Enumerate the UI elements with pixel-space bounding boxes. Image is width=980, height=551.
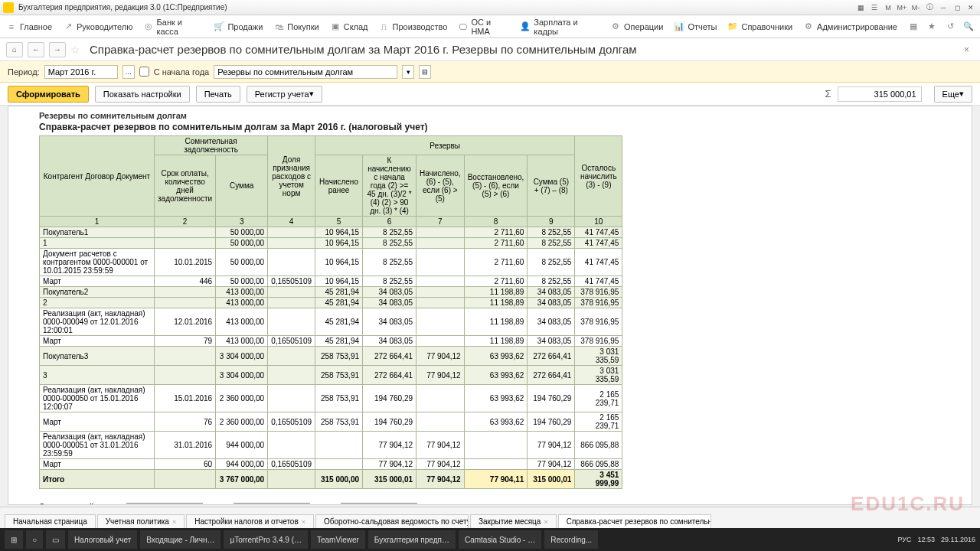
menu-production[interactable]: ⎍Производство: [379, 21, 448, 32]
menu-purchases[interactable]: 🛍Покупки: [273, 21, 318, 32]
table-row[interactable]: Март762 360 000,000,16505109258 753,9119…: [40, 412, 622, 432]
start-button[interactable]: ⊞: [5, 530, 23, 549]
titlebar-btn[interactable]: ☰: [868, 2, 880, 13]
cell: 3: [40, 366, 155, 385]
cell: 31.01.2016: [155, 432, 216, 459]
menu-admin[interactable]: ⚙Администрирование: [803, 21, 897, 32]
close-icon[interactable]: ✕: [965, 2, 977, 13]
cell: [416, 249, 465, 276]
table-row[interactable]: Март79413 000,000,1650510945 281,9434 08…: [40, 336, 622, 347]
taskbar-item[interactable]: Налоговый учет: [68, 530, 137, 549]
cell: 2 165 239,71: [575, 385, 622, 412]
cell: [416, 298, 465, 308]
menu-main[interactable]: ≡Главное: [6, 21, 52, 32]
period-picker-icon[interactable]: …: [122, 65, 135, 79]
forward-button[interactable]: →: [49, 42, 66, 57]
gear-icon: ⚙: [803, 21, 814, 32]
menu-sales[interactable]: 🛒Продажи: [214, 21, 263, 32]
titlebar-btn[interactable]: M+: [896, 2, 908, 13]
cell: 50 000,00: [216, 238, 268, 249]
tab[interactable]: Учетная политика×: [97, 514, 185, 528]
taskbar-item[interactable]: Бухгалтерия предп…: [368, 530, 456, 549]
menu-salary[interactable]: 👤Зарплата и кадры: [520, 18, 599, 36]
table-row[interactable]: 150 000,0010 964,158 252,552 711,608 252…: [40, 238, 622, 249]
cell: 8 252,55: [528, 276, 575, 287]
titlebar-btn[interactable]: M-: [910, 2, 922, 13]
menu-manager[interactable]: ↗Руководителю: [63, 21, 132, 32]
reserve-type-select[interactable]: [214, 65, 397, 79]
table-row[interactable]: Покупатель2413 000,0045 281,9434 083,051…: [40, 287, 622, 298]
minimize-icon[interactable]: ─: [937, 2, 949, 13]
report-area[interactable]: Резервы по сомнительным долгам Справка-р…: [8, 106, 972, 505]
tab[interactable]: Закрытие месяца×: [470, 514, 557, 528]
cell: [268, 298, 315, 308]
home-button[interactable]: ⌂: [6, 42, 23, 57]
star-icon[interactable]: ★: [926, 21, 937, 32]
from-year-checkbox[interactable]: [139, 67, 149, 77]
taskbar-item[interactable]: Входящие - Личн…: [140, 530, 220, 549]
table-row[interactable]: Реализация (акт, накладная) 0000-000050 …: [40, 385, 622, 412]
table-row[interactable]: Документ расчетов с контрагентом 0000-00…: [40, 249, 622, 276]
show-settings-button[interactable]: Показать настройки: [95, 86, 190, 103]
page-title: Справка-расчет резервов по сомнительным …: [90, 43, 637, 56]
chevron-down-icon[interactable]: ▾: [402, 65, 414, 79]
grid-icon[interactable]: ▦: [908, 21, 919, 32]
table-row[interactable]: Март60944 000,000,1650510977 904,1277 90…: [40, 459, 622, 470]
maximize-icon[interactable]: ◻: [951, 2, 963, 13]
menu-operations[interactable]: ⚙Операции: [610, 21, 663, 32]
titlebar-btn[interactable]: M: [882, 2, 894, 13]
help-icon[interactable]: ⓘ: [923, 2, 936, 13]
taskbar-item[interactable]: Recording...: [544, 530, 598, 549]
table-row[interactable]: Реализация (акт, накладная) 0000-000049 …: [40, 308, 622, 336]
cell: 8 252,55: [528, 238, 575, 249]
table-row[interactable]: 33 304 000,00258 753,91272 664,4177 904,…: [40, 366, 622, 385]
table-row[interactable]: 2413 000,0045 281,9434 083,0511 198,8934…: [40, 298, 622, 308]
menu-assets[interactable]: 🖵ОС и НМА: [458, 18, 509, 36]
tab[interactable]: Справка-расчет резервов по сомнительным …: [558, 514, 711, 528]
cell: [268, 227, 315, 238]
history-icon[interactable]: ↺: [945, 21, 956, 32]
taskbar-item[interactable]: TeamViewer: [311, 530, 365, 549]
cell: 50 000,00: [216, 227, 268, 238]
search-button[interactable]: ○: [26, 530, 43, 549]
taskview-button[interactable]: ▭: [46, 530, 65, 549]
cell: [416, 412, 465, 432]
form-button[interactable]: Сформировать: [8, 86, 89, 103]
tab[interactable]: Оборотно-сальдовая ведомость по счету 62…: [315, 514, 469, 528]
taskbar-item[interactable]: µTorrentPro 3.4.9 (…: [224, 530, 308, 549]
cell: 50 000,00: [216, 249, 268, 276]
period-input[interactable]: [44, 65, 118, 79]
cell: Реализация (акт, накладная) 0000-000051 …: [40, 432, 155, 459]
favorite-star-icon[interactable]: ☆: [70, 44, 80, 56]
table-row[interactable]: Реализация (акт, накладная) 0000-000051 …: [40, 432, 622, 459]
table-row[interactable]: Март44650 000,000,1650510910 964,158 252…: [40, 276, 622, 287]
tab-close-icon[interactable]: ×: [544, 518, 547, 526]
table-row[interactable]: Покупатель33 304 000,00258 753,91272 664…: [40, 347, 622, 366]
titlebar-btn[interactable]: ▦: [854, 2, 867, 13]
cell: Покупатель2: [40, 287, 155, 298]
tab-close-icon[interactable]: ×: [172, 518, 176, 526]
menu-catalogs[interactable]: 📁Справочники: [727, 21, 792, 32]
tray-lang[interactable]: РУС: [897, 536, 911, 543]
tray-time: 12:53: [917, 536, 935, 543]
cell: [416, 238, 465, 249]
more-button[interactable]: Еще ▾: [934, 86, 972, 103]
cell: 378 916,95: [575, 287, 622, 298]
taskbar-item[interactable]: Camtasia Studio - …: [459, 530, 541, 549]
menu-warehouse[interactable]: ▣Склад: [330, 21, 368, 32]
back-button[interactable]: ←: [28, 42, 44, 57]
print-button[interactable]: Печать: [196, 86, 240, 103]
page-close-icon[interactable]: ×: [959, 44, 974, 55]
register-button[interactable]: Регистр учета ▾: [247, 86, 322, 103]
table-row[interactable]: Покупатель150 000,0010 964,158 252,552 7…: [40, 227, 622, 238]
settings-icon[interactable]: ⊟: [419, 65, 431, 79]
tab[interactable]: Настройки налогов и отчетов×: [186, 514, 314, 528]
menu-bank[interactable]: ◎Банк и касса: [143, 18, 203, 36]
table-row[interactable]: Итого3 767 000,00315 000,00315 000,0177 …: [40, 470, 622, 489]
cell: 45 281,94: [315, 336, 363, 347]
tab[interactable]: Начальная страница: [5, 514, 96, 528]
search-icon[interactable]: 🔍: [963, 21, 974, 32]
menu-reports[interactable]: 📊Отчеты: [674, 21, 717, 32]
cell: Реализация (акт, накладная) 0000-000050 …: [40, 385, 155, 412]
tab-close-icon[interactable]: ×: [302, 518, 305, 526]
